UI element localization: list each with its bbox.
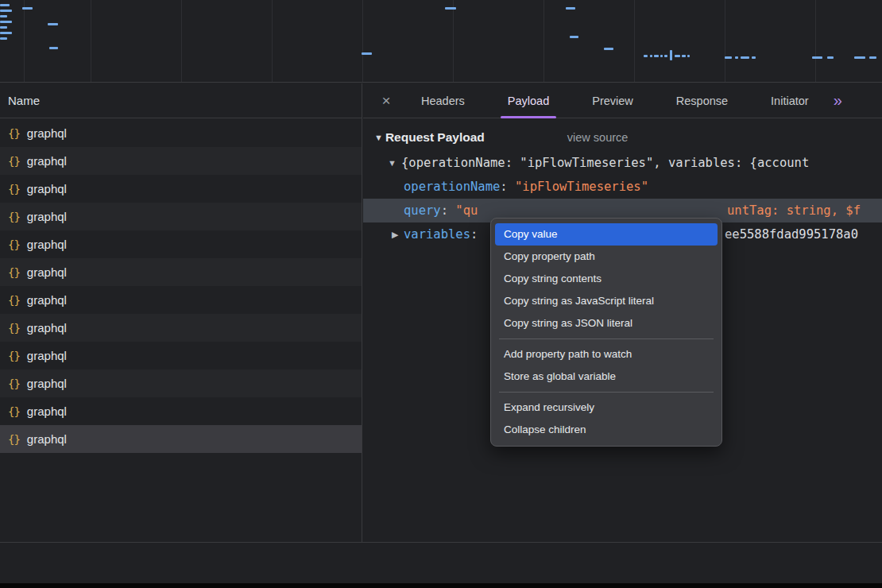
timeline-bar — [0, 4, 10, 6]
timeline-bar — [735, 56, 738, 59]
context-menu-item[interactable]: Copy property path — [495, 246, 718, 268]
footer-divider — [0, 542, 882, 543]
request-row[interactable]: {}graphql — [0, 175, 362, 203]
json-braces-icon: {} — [8, 294, 20, 307]
timeline-bar — [812, 56, 822, 59]
timeline-bar — [0, 10, 12, 12]
context-menu-item[interactable]: Store as global variable — [495, 366, 718, 388]
details-tabbar: × HeadersPayloadPreviewResponseInitiator… — [363, 83, 882, 118]
json-braces-icon: {} — [8, 322, 20, 335]
tab-response[interactable]: Response — [655, 83, 749, 118]
json-braces-icon: {} — [8, 350, 20, 362]
timeline-bar — [687, 55, 690, 57]
key-separator: : — [470, 227, 478, 242]
timeline-bar — [0, 26, 7, 29]
context-menu-item[interactable]: Collapse children — [495, 419, 718, 441]
timeline-bar — [566, 7, 575, 10]
timeline-bar — [48, 23, 58, 25]
section-title: Request Payload — [385, 130, 485, 145]
property-key: query — [404, 203, 441, 218]
timeline-bar — [445, 7, 456, 10]
timeline-bar — [644, 55, 648, 57]
collapse-caret-icon[interactable]: ▼ — [388, 151, 397, 175]
context-menu-item[interactable]: Add property path to watch — [495, 343, 718, 366]
request-name-label: graphql — [27, 182, 67, 195]
request-name-label: graphql — [27, 210, 67, 223]
json-braces-icon: {} — [8, 377, 20, 390]
request-row[interactable]: {}graphql — [0, 230, 362, 258]
request-list: {}graphql{}graphql{}graphql{}graphql{}gr… — [0, 119, 362, 453]
timeline-bar — [664, 55, 667, 57]
request-name-label: graphql — [27, 349, 67, 362]
timeline-bar — [670, 50, 672, 60]
collapse-caret-icon[interactable]: ▼ — [374, 133, 383, 142]
payload-root-row[interactable]: ▼ {operationName: "ipFlowTimeseries", va… — [363, 151, 882, 175]
request-row[interactable]: {}graphql — [0, 369, 362, 397]
network-overview-strip[interactable] — [0, 0, 882, 83]
property-value-end: ee5588fdad995178a0 — [725, 222, 858, 246]
property-key: variables — [404, 227, 470, 242]
key-separator: : — [500, 180, 515, 194]
close-icon[interactable]: × — [373, 92, 400, 110]
timeline-bar — [854, 56, 865, 59]
request-row[interactable]: {}graphql — [0, 203, 362, 230]
timeline-bar — [0, 15, 7, 17]
request-row[interactable]: {}graphql — [0, 342, 362, 369]
context-menu-item[interactable]: Copy value — [495, 223, 718, 246]
timeline-bar — [362, 52, 372, 55]
panel-divider[interactable] — [362, 83, 362, 543]
request-name-label: graphql — [27, 432, 67, 446]
request-row[interactable]: {}graphql — [0, 147, 362, 175]
timeline-bar — [0, 21, 12, 23]
request-name-label: graphql — [27, 238, 67, 251]
property-value: "ipFlowTimeseries" — [515, 180, 648, 194]
name-column-header[interactable]: Name — [0, 83, 362, 118]
request-row[interactable]: {}graphql — [0, 119, 362, 147]
tab-preview[interactable]: Preview — [571, 83, 655, 118]
payload-section-header: ▼ Request Payload view source — [374, 130, 882, 145]
context-menu-item[interactable]: Copy string contents — [495, 268, 718, 290]
request-row[interactable]: {}graphql — [0, 425, 362, 453]
name-column-label: Name — [8, 94, 40, 107]
tab-overflow-chevron-icon[interactable]: » — [834, 91, 842, 110]
json-braces-icon: {} — [8, 238, 20, 251]
timeline-bar — [22, 7, 33, 10]
timeline-bar — [682, 55, 686, 57]
timeline-bar — [650, 55, 652, 57]
property-value-end: untTag: string, $f — [727, 199, 861, 222]
request-row[interactable]: {}graphql — [0, 258, 362, 286]
menu-divider — [499, 392, 714, 393]
json-braces-icon: {} — [8, 155, 20, 168]
timeline-bar — [869, 56, 876, 59]
expand-caret-icon[interactable]: ▶ — [392, 222, 398, 246]
context-menu-item[interactable]: Copy string as JavaScript literal — [495, 290, 718, 312]
timeline-bar — [827, 56, 834, 59]
request-name-label: graphql — [27, 404, 67, 418]
key-separator: : — [441, 203, 456, 218]
root-object-preview: {operationName: "ipFlowTimeseries", vari… — [401, 156, 809, 170]
timeline-bar — [741, 56, 749, 59]
context-menu-item[interactable]: Expand recursively — [495, 397, 718, 419]
context-menu-item[interactable]: Copy string as JSON literal — [495, 312, 718, 335]
json-braces-icon: {} — [8, 405, 20, 418]
tab-list: HeadersPayloadPreviewResponseInitiator — [400, 83, 830, 118]
request-name-label: graphql — [27, 321, 67, 335]
timeline-bar — [725, 56, 732, 59]
json-braces-icon: {} — [8, 183, 20, 195]
timeline-bar — [675, 55, 680, 57]
property-key: operationName — [404, 180, 500, 194]
timeline-bar — [49, 47, 58, 49]
payload-row-operationname[interactable]: operationName: "ipFlowTimeseries" — [363, 175, 882, 199]
tab-headers[interactable]: Headers — [400, 83, 486, 118]
request-row[interactable]: {}graphql — [0, 397, 362, 425]
bottom-edge-bar — [0, 583, 882, 588]
request-row[interactable]: {}graphql — [0, 314, 362, 342]
view-source-link[interactable]: view source — [567, 131, 629, 144]
property-value-start: "qu — [455, 203, 478, 218]
tab-payload[interactable]: Payload — [486, 83, 571, 118]
request-row[interactable]: {}graphql — [0, 286, 362, 314]
json-braces-icon: {} — [8, 266, 20, 279]
json-braces-icon: {} — [8, 127, 20, 140]
tab-initiator[interactable]: Initiator — [749, 83, 830, 118]
request-name-label: graphql — [27, 377, 67, 390]
